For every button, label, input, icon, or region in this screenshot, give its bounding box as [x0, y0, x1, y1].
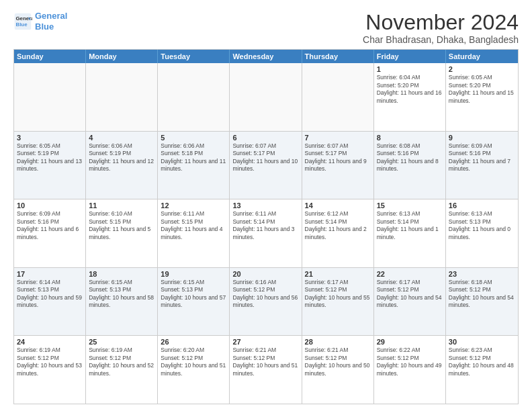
day-info: Sunrise: 6:19 AM Sunset: 5:12 PM Dayligh… [89, 347, 154, 377]
day-info: Sunrise: 6:05 AM Sunset: 5:20 PM Dayligh… [449, 74, 515, 105]
calendar-header: SundayMondayTuesdayWednesdayThursdayFrid… [14, 50, 518, 63]
logo-text: General Blue [35, 11, 67, 32]
day-number: 18 [89, 270, 154, 278]
day-info: Sunrise: 6:20 AM Sunset: 5:12 PM Dayligh… [161, 347, 226, 377]
header-day-thursday: Thursday [302, 50, 374, 63]
day-info: Sunrise: 6:16 AM Sunset: 5:12 PM Dayligh… [232, 279, 298, 310]
day-cell-29: 29Sunrise: 6:22 AM Sunset: 5:12 PM Dayli… [374, 336, 446, 404]
day-number: 22 [377, 270, 443, 278]
day-cell-7: 7Sunrise: 6:07 AM Sunset: 5:17 PM Daylig… [302, 132, 374, 199]
day-number: 11 [89, 201, 154, 210]
day-info: Sunrise: 6:21 AM Sunset: 5:12 PM Dayligh… [232, 347, 298, 377]
day-cell-21: 21Sunrise: 6:17 AM Sunset: 5:12 PM Dayli… [302, 268, 374, 336]
day-info: Sunrise: 6:06 AM Sunset: 5:19 PM Dayligh… [89, 142, 154, 173]
day-number: 23 [449, 270, 515, 278]
day-number: 2 [449, 65, 515, 73]
day-cell-11: 11Sunrise: 6:10 AM Sunset: 5:15 PM Dayli… [86, 199, 158, 267]
header-day-wednesday: Wednesday [230, 50, 302, 63]
day-cell-27: 27Sunrise: 6:21 AM Sunset: 5:12 PM Dayli… [230, 336, 302, 404]
calendar-week-2: 3Sunrise: 6:05 AM Sunset: 5:19 PM Daylig… [14, 131, 518, 199]
day-number: 13 [232, 201, 298, 210]
day-number: 4 [89, 134, 154, 142]
day-number: 20 [232, 270, 298, 278]
day-info: Sunrise: 6:08 AM Sunset: 5:16 PM Dayligh… [377, 142, 443, 173]
empty-cell [230, 63, 302, 131]
day-cell-30: 30Sunrise: 6:23 AM Sunset: 5:12 PM Dayli… [446, 336, 518, 404]
day-cell-16: 16Sunrise: 6:13 AM Sunset: 5:13 PM Dayli… [446, 199, 518, 267]
day-cell-1: 1Sunrise: 6:04 AM Sunset: 5:20 PM Daylig… [374, 63, 446, 131]
day-info: Sunrise: 6:07 AM Sunset: 5:17 PM Dayligh… [232, 142, 298, 173]
day-number: 16 [449, 201, 515, 210]
title-block: November 2024 Char Bhadrasan, Dhaka, Ban… [363, 11, 519, 45]
day-info: Sunrise: 6:22 AM Sunset: 5:12 PM Dayligh… [377, 347, 443, 377]
day-info: Sunrise: 6:15 AM Sunset: 5:13 PM Dayligh… [161, 279, 226, 310]
day-cell-8: 8Sunrise: 6:08 AM Sunset: 5:16 PM Daylig… [374, 132, 446, 199]
day-cell-2: 2Sunrise: 6:05 AM Sunset: 5:20 PM Daylig… [446, 63, 518, 131]
day-cell-20: 20Sunrise: 6:16 AM Sunset: 5:12 PM Dayli… [230, 268, 302, 336]
day-info: Sunrise: 6:10 AM Sunset: 5:15 PM Dayligh… [89, 210, 154, 241]
header-day-sunday: Sunday [14, 50, 86, 63]
day-info: Sunrise: 6:07 AM Sunset: 5:17 PM Dayligh… [305, 142, 371, 173]
day-number: 6 [232, 134, 298, 142]
empty-cell [14, 63, 86, 131]
day-number: 30 [449, 338, 515, 346]
header-day-saturday: Saturday [446, 50, 518, 63]
day-number: 12 [161, 201, 226, 210]
header: General Blue General Blue November 2024 … [13, 11, 519, 45]
calendar-week-3: 10Sunrise: 6:09 AM Sunset: 5:16 PM Dayli… [14, 199, 518, 267]
day-cell-24: 24Sunrise: 6:19 AM Sunset: 5:12 PM Dayli… [14, 336, 86, 404]
day-number: 21 [305, 270, 371, 278]
month-title: November 2024 [363, 11, 519, 34]
day-number: 17 [17, 270, 83, 278]
day-info: Sunrise: 6:14 AM Sunset: 5:13 PM Dayligh… [17, 279, 83, 310]
calendar-week-1: 1Sunrise: 6:04 AM Sunset: 5:20 PM Daylig… [14, 63, 518, 131]
page: General Blue General Blue November 2024 … [0, 0, 532, 411]
day-cell-12: 12Sunrise: 6:11 AM Sunset: 5:15 PM Dayli… [158, 199, 230, 267]
day-cell-14: 14Sunrise: 6:12 AM Sunset: 5:14 PM Dayli… [302, 199, 374, 267]
calendar-week-5: 24Sunrise: 6:19 AM Sunset: 5:12 PM Dayli… [14, 335, 518, 404]
day-cell-13: 13Sunrise: 6:11 AM Sunset: 5:14 PM Dayli… [230, 199, 302, 267]
logo-icon: General Blue [13, 12, 32, 31]
day-number: 9 [449, 134, 515, 142]
location: Char Bhadrasan, Dhaka, Bangladesh [363, 34, 519, 45]
day-number: 10 [17, 201, 83, 210]
day-number: 8 [377, 134, 443, 142]
day-cell-9: 9Sunrise: 6:09 AM Sunset: 5:16 PM Daylig… [446, 132, 518, 199]
day-number: 5 [161, 134, 226, 142]
day-info: Sunrise: 6:18 AM Sunset: 5:12 PM Dayligh… [449, 279, 515, 310]
header-day-friday: Friday [374, 50, 446, 63]
calendar-body: 1Sunrise: 6:04 AM Sunset: 5:20 PM Daylig… [14, 63, 518, 404]
empty-cell [158, 63, 230, 131]
day-info: Sunrise: 6:11 AM Sunset: 5:15 PM Dayligh… [161, 210, 226, 241]
day-info: Sunrise: 6:11 AM Sunset: 5:14 PM Dayligh… [232, 210, 298, 241]
day-cell-15: 15Sunrise: 6:13 AM Sunset: 5:14 PM Dayli… [374, 199, 446, 267]
day-number: 26 [161, 338, 226, 346]
day-info: Sunrise: 6:23 AM Sunset: 5:12 PM Dayligh… [449, 347, 515, 377]
day-cell-3: 3Sunrise: 6:05 AM Sunset: 5:19 PM Daylig… [14, 132, 86, 199]
svg-text:Blue: Blue [16, 21, 28, 28]
header-day-monday: Monday [86, 50, 158, 63]
day-info: Sunrise: 6:06 AM Sunset: 5:18 PM Dayligh… [161, 142, 226, 173]
day-number: 24 [17, 338, 83, 346]
day-number: 25 [89, 338, 154, 346]
day-number: 7 [305, 134, 371, 142]
day-info: Sunrise: 6:09 AM Sunset: 5:16 PM Dayligh… [17, 210, 83, 241]
day-cell-25: 25Sunrise: 6:19 AM Sunset: 5:12 PM Dayli… [86, 336, 158, 404]
day-info: Sunrise: 6:15 AM Sunset: 5:13 PM Dayligh… [89, 279, 154, 310]
day-cell-10: 10Sunrise: 6:09 AM Sunset: 5:16 PM Dayli… [14, 199, 86, 267]
day-info: Sunrise: 6:17 AM Sunset: 5:12 PM Dayligh… [305, 279, 371, 310]
day-info: Sunrise: 6:21 AM Sunset: 5:12 PM Dayligh… [305, 347, 371, 377]
day-number: 19 [161, 270, 226, 278]
empty-cell [86, 63, 158, 131]
day-cell-23: 23Sunrise: 6:18 AM Sunset: 5:12 PM Dayli… [446, 268, 518, 336]
day-cell-5: 5Sunrise: 6:06 AM Sunset: 5:18 PM Daylig… [158, 132, 230, 199]
day-cell-6: 6Sunrise: 6:07 AM Sunset: 5:17 PM Daylig… [230, 132, 302, 199]
header-day-tuesday: Tuesday [158, 50, 230, 63]
day-info: Sunrise: 6:13 AM Sunset: 5:13 PM Dayligh… [449, 210, 515, 241]
day-cell-28: 28Sunrise: 6:21 AM Sunset: 5:12 PM Dayli… [302, 336, 374, 404]
day-info: Sunrise: 6:09 AM Sunset: 5:16 PM Dayligh… [449, 142, 515, 173]
day-info: Sunrise: 6:12 AM Sunset: 5:14 PM Dayligh… [305, 210, 371, 241]
logo: General Blue General Blue [13, 11, 67, 32]
day-cell-18: 18Sunrise: 6:15 AM Sunset: 5:13 PM Dayli… [86, 268, 158, 336]
day-number: 27 [232, 338, 298, 346]
